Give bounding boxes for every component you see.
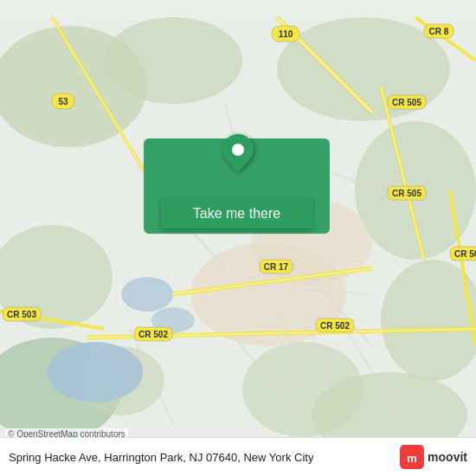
svg-text:CR 505: CR 505 [392, 189, 421, 198]
svg-text:m: m [407, 452, 417, 465]
map-background: 110 CR 8 CR 505 CR 505 CR 501 CR 17 CR 5… [0, 0, 476, 476]
svg-point-11 [48, 342, 143, 402]
svg-text:CR 501: CR 501 [454, 249, 476, 259]
svg-text:CR 502: CR 502 [138, 330, 168, 339]
moovit-icon: m [400, 445, 424, 469]
map-container: 110 CR 8 CR 505 CR 505 CR 501 CR 17 CR 5… [0, 0, 476, 476]
svg-point-12 [121, 277, 173, 312]
svg-text:CR 8: CR 8 [429, 27, 449, 36]
pin-head [216, 128, 261, 172]
take-me-there-button[interactable]: Take me there [161, 198, 312, 228]
pin-inner [232, 144, 244, 156]
svg-point-2 [104, 17, 242, 104]
bottom-bar: Spring Hacke Ave, Harrington Park, NJ 07… [0, 437, 476, 476]
address-text: Spring Hacke Ave, Harrington Park, NJ 07… [9, 451, 400, 464]
svg-text:CR 502: CR 502 [320, 321, 350, 331]
svg-text:53: 53 [58, 97, 68, 106]
svg-text:CR 503: CR 503 [7, 310, 36, 319]
location-pin [221, 134, 255, 177]
moovit-label: moovit [428, 450, 467, 464]
svg-text:110: 110 [279, 29, 293, 39]
moovit-logo: m moovit [400, 445, 467, 469]
svg-text:CR 17: CR 17 [264, 262, 289, 272]
svg-text:CR 505: CR 505 [392, 98, 421, 107]
